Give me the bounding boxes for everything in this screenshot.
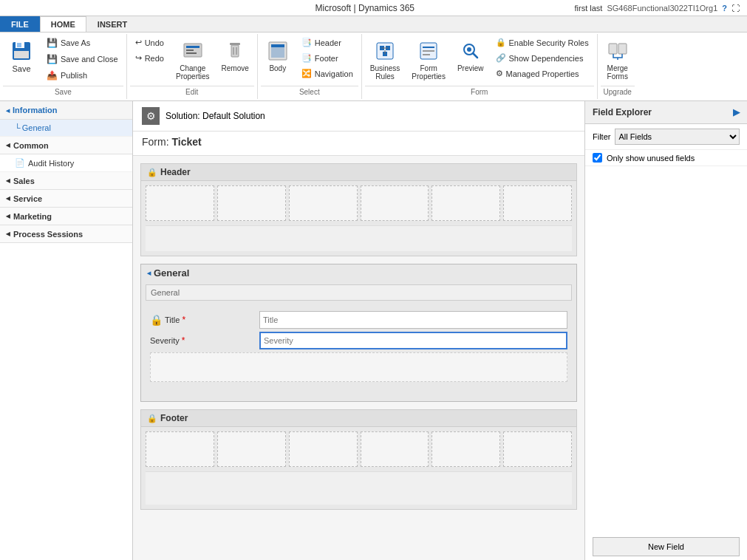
nav-item-general[interactable]: └ General — [0, 120, 132, 137]
navigation-label: Navigation — [315, 69, 353, 78]
filter-row: Filter All Fields Unused Fields Used Fie… — [585, 124, 747, 150]
header-cell-4 — [361, 185, 429, 221]
nav-item-audit-history[interactable]: 📄 Audit History — [0, 154, 132, 172]
save-close-icon: 💾 — [47, 54, 58, 64]
process-sessions-label: Process Sessions — [13, 230, 83, 239]
ribbon-group-edit: ↩ Undo ↪ Redo — [127, 34, 258, 99]
header-cell-2 — [217, 185, 286, 221]
redo-icon: ↪ — [135, 53, 142, 63]
new-field-button[interactable]: New Field — [593, 537, 740, 556]
field-explorer-expand[interactable]: ▶ — [733, 107, 740, 117]
tab-file[interactable]: FILE — [0, 16, 40, 32]
tab-home[interactable]: HOME — [40, 16, 86, 32]
redo-button[interactable]: ↪ Redo — [130, 51, 169, 65]
header-button[interactable]: 📑 Header — [296, 35, 358, 49]
footer-cell-6 — [503, 431, 572, 467]
enable-security-icon: 🔒 — [496, 38, 506, 47]
nav-section-common[interactable]: ◂ Common — [0, 137, 132, 154]
undo-label: Undo — [145, 38, 164, 47]
form-title: Form: Ticket — [142, 136, 576, 148]
ribbon: FILE HOME INSERT Save — [0, 16, 747, 101]
undo-button[interactable]: ↩ Undo — [130, 35, 169, 49]
preview-button[interactable]: Preview — [452, 35, 489, 76]
navigation-button[interactable]: 🔀 Navigation — [296, 66, 358, 81]
form-group-label: Form — [365, 86, 594, 98]
svg-rect-5 — [186, 46, 199, 48]
footer-cell-2 — [217, 431, 286, 467]
save-button[interactable]: Save — [3, 35, 40, 77]
tab-insert[interactable]: INSERT — [86, 16, 138, 32]
general-tab[interactable]: General — [146, 284, 572, 301]
remove-label: Remove — [222, 64, 249, 72]
merge-forms-icon — [606, 39, 630, 63]
managed-props-icon: ⚙ — [496, 69, 503, 78]
footer-section-header: 🔒 Footer — [141, 410, 576, 427]
upgrade-group-label: Upgrade — [601, 86, 635, 98]
publish-button[interactable]: 📤 Publish — [41, 68, 123, 83]
nav-section-process-sessions[interactable]: ◂ Process Sessions — [0, 225, 132, 243]
header-cell-6 — [503, 185, 572, 221]
body-button[interactable]: Body — [261, 35, 295, 76]
severity-input[interactable] — [259, 332, 567, 349]
nav-section-information[interactable]: ◂ Information — [0, 101, 132, 120]
svg-point-26 — [467, 47, 471, 52]
footer-select-icon: 📑 — [301, 53, 312, 63]
remove-icon — [223, 39, 247, 63]
change-properties-button[interactable]: ChangeProperties — [171, 35, 215, 84]
filter-select[interactable]: All Fields Unused Fields Used Fields — [615, 129, 740, 145]
business-rules-icon — [373, 39, 397, 63]
general-bottom-padding — [141, 386, 576, 401]
nav-section-sales[interactable]: ◂ Sales — [0, 172, 132, 190]
severity-label: Severity * — [150, 336, 253, 345]
only-unused-checkbox[interactable] — [593, 153, 602, 163]
field-explorer-header: Field Explorer ▶ — [585, 101, 747, 124]
help-icon[interactable]: ? — [722, 4, 727, 13]
save-as-button[interactable]: 💾 Save As — [41, 35, 123, 50]
enable-security-button[interactable]: 🔒 Enable Security Roles — [491, 35, 594, 49]
svg-rect-2 — [17, 43, 21, 47]
svg-line-27 — [473, 53, 477, 58]
information-label: Information — [13, 106, 58, 115]
general-tab-label: General — [151, 288, 180, 297]
general-collapse-arrow[interactable]: ◂ — [147, 269, 151, 277]
nav-section-service[interactable]: ◂ Service — [0, 190, 132, 208]
svg-rect-29 — [618, 44, 627, 54]
save-label: Save — [12, 64, 30, 73]
show-deps-button[interactable]: 🔗 Show Dependencies — [491, 51, 594, 65]
only-unused-label: Only show unused fields — [607, 154, 695, 163]
footer-button[interactable]: 📑 Footer — [296, 51, 358, 65]
solution-label: Solution: Default Solution — [166, 111, 265, 121]
footer-cell-1 — [146, 431, 214, 467]
body-icon — [266, 39, 290, 63]
header-cell-5 — [432, 185, 500, 221]
remove-button[interactable]: Remove — [216, 35, 254, 76]
show-deps-icon: 🔗 — [496, 53, 506, 63]
nav-section-marketing[interactable]: ◂ Marketing — [0, 208, 132, 225]
ribbon-group-upgrade: MergeForms Upgrade — [598, 34, 638, 99]
merge-forms-button[interactable]: MergeForms — [601, 35, 635, 84]
severity-field-row: Severity * — [150, 332, 567, 349]
business-rules-button[interactable]: BusinessRules — [365, 35, 406, 84]
title-input[interactable] — [259, 311, 567, 329]
form-properties-button[interactable]: FormProperties — [406, 35, 451, 84]
save-icon — [10, 39, 33, 63]
solution-bar: ⚙ Solution: Default Solution — [133, 101, 584, 132]
general-fields-area: 🔒 Title * Severity * — [141, 304, 576, 386]
field-explorer-title: Field Explorer — [593, 107, 652, 117]
save-close-button[interactable]: 💾 Save and Close — [41, 52, 123, 66]
svg-rect-9 — [231, 45, 239, 57]
merge-forms-label: MergeForms — [607, 64, 628, 81]
form-properties-label: FormProperties — [412, 64, 446, 81]
managed-props-button[interactable]: ⚙ Managed Properties — [491, 66, 594, 81]
footer-section-label: Footer — [160, 413, 188, 423]
ribbon-tab-bar: FILE HOME INSERT — [0, 16, 747, 33]
expand-icon[interactable]: ⛶ — [731, 4, 740, 13]
header-section-header: 🔒 Header — [141, 164, 576, 181]
enable-security-label: Enable Security Roles — [509, 38, 589, 47]
top-bar: Microsoft | Dynamics 365 first last SG46… — [0, 0, 747, 16]
header-section-label: Header — [160, 167, 191, 177]
sales-label: Sales — [13, 177, 35, 185]
ribbon-group-save: Save 💾 Save As 💾 Save and Close 📤 Publis… — [0, 34, 127, 99]
footer-lower-area — [146, 471, 572, 505]
general-section-label: General — [154, 267, 189, 279]
